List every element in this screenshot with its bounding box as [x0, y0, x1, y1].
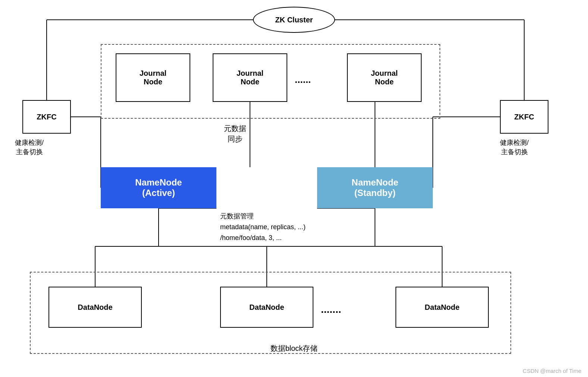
zkfc-left: ZKFC [22, 100, 71, 134]
zk-cluster: ZK Cluster [253, 7, 335, 33]
diagram: ZK Cluster Journal Node Journal Node ...… [0, 0, 588, 377]
journal-node-1: Journal Node [116, 53, 190, 102]
journal-dots: ...... [295, 74, 311, 85]
journal-node-3: Journal Node [347, 53, 422, 102]
zkfc-left-label: 健康检测/ 主备切换 [15, 138, 44, 157]
journal-node-1-label: Journal Node [140, 69, 166, 86]
metadata-sync-label: 元数据 同步 [224, 123, 246, 144]
datanode-1: DataNode [49, 287, 142, 328]
journal-node-2-label: Journal Node [237, 69, 263, 86]
datanode-3: DataNode [395, 287, 489, 328]
namenode-standby: NameNode (Standby) [317, 167, 433, 208]
zkfc-right-label: 健康检测/ 主备切换 [500, 138, 529, 157]
data-block-label: 数据block存储 [270, 343, 318, 353]
namenode-active: NameNode (Active) [101, 167, 216, 208]
journal-node-2: Journal Node [213, 53, 287, 102]
watermark: CSDN @march of Time [523, 368, 581, 374]
datanode-dots: ....... [321, 303, 341, 315]
datanode-2: DataNode [220, 287, 313, 328]
zkfc-right: ZKFC [500, 100, 548, 134]
metadata-mgmt-label: 元数据管理 metadata(name, replicas, ...) /hom… [220, 211, 306, 243]
zk-cluster-label: ZK Cluster [275, 16, 313, 24]
journal-node-3-label: Journal Node [371, 69, 398, 86]
